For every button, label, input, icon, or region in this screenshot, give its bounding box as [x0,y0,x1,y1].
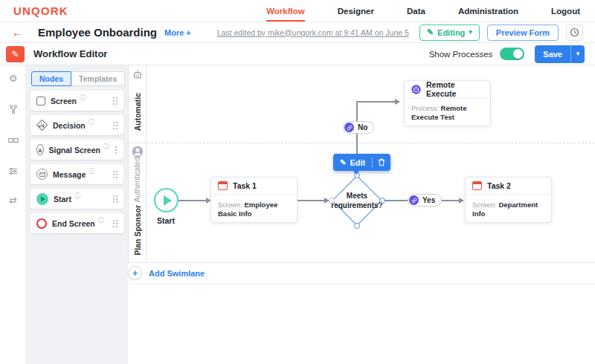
save-button[interactable]: Save [535,45,570,63]
remote-execute-node[interactable]: Remote Execute Process: Remote Execute T… [404,80,491,126]
preview-form-button[interactable]: Preview Form [487,25,559,41]
connector-line [298,200,325,201]
screen-window-icon [218,181,228,190]
drag-handle-icon[interactable] [115,146,118,154]
yes-branch-pill[interactable]: Yes [408,194,442,207]
drag-handle-icon[interactable] [112,121,118,129]
history-clock-button[interactable] [566,25,583,41]
pencil-icon: ✎ [340,158,346,166]
end-screen-icon [36,218,47,229]
edit-workflow-button[interactable]: ✎ [6,46,25,62]
node-card-end-screen[interactable]: End Screen ⓘ [30,213,123,233]
drag-handle-icon[interactable] [112,219,118,227]
start-node[interactable] [154,188,178,212]
node-label: Message [53,170,86,179]
arrowhead [459,198,464,204]
task2-node[interactable]: Task 2 Screen: Department Info [465,177,552,223]
remote-execute-title: Remote Execute [426,80,483,98]
nav-item-designer[interactable]: Designer [338,0,374,22]
info-icon: ⓘ [74,192,80,200]
node-card-message[interactable]: Message ⓘ [30,164,123,184]
unqork-logo: UNQORK [13,4,68,17]
plus-icon: + [128,266,142,280]
node-label: Decision [53,121,86,130]
nav-item-logout[interactable]: Logout [551,0,580,22]
drag-handle-icon[interactable] [112,170,118,178]
pencil-square-icon: ✎ [11,49,19,59]
sliders-icon[interactable] [0,166,26,176]
decision-node[interactable] [332,175,382,226]
toolbar-notch [353,170,360,175]
connection-handle-bottom[interactable] [354,223,360,229]
more-link[interactable]: More + [164,28,191,37]
drag-handle-icon[interactable] [112,195,118,203]
add-swimlane-button[interactable]: + Add Swimlane [128,266,205,280]
node-card-start[interactable]: Start ⓘ [30,189,123,209]
screen-icon [36,97,45,105]
robot-icon [411,85,421,94]
info-icon: ⓘ [89,118,94,126]
no-label: No [358,123,373,131]
editing-dropdown-button[interactable]: ✎ Editing ▾ [419,25,480,41]
tab-nodes[interactable]: Nodes [31,71,71,86]
last-edited-text[interactable]: Last edited by mike@unqork.com at 9:41 A… [217,28,409,37]
lane-divider-dashed [147,143,595,143]
modules-icon[interactable] [0,137,26,144]
branch-icon[interactable] [0,104,26,114]
edit-node-button[interactable]: ✎ Edit [333,158,372,167]
back-arrow-icon[interactable]: ← [12,26,23,39]
settings-gears-icon[interactable]: ⚙ [0,73,26,84]
lane-divider [128,143,147,143]
no-branch-pill[interactable]: No [343,121,374,134]
add-swimlane-label: Add Swimlane [149,269,205,278]
show-processes-label: Show Processes [429,50,493,59]
task1-field-label: Screen: [218,201,242,209]
tab-templates[interactable]: Templates [71,71,125,86]
top-navigation: Workflow Designer Data Administration Lo… [266,0,580,22]
nav-item-administration[interactable]: Administration [458,0,518,22]
top-header: UNQORK Workflow Designer Data Administra… [0,0,595,22]
start-node-label: Start [151,216,181,225]
info-icon: ⓘ [89,167,94,175]
panel-tabs: Nodes Templates [31,71,125,86]
message-icon [36,169,48,180]
robot-icon [132,70,143,80]
nav-item-workflow[interactable]: Workflow [266,0,305,22]
page-title: Employee Onboarding [38,26,157,39]
swimlane-type-authenticated: Authenticated [128,159,147,201]
node-label: End Screen [52,219,95,228]
task1-node[interactable]: Task 1 Screen: Employee Basic Info [210,177,298,223]
lanes-bottom-border [128,262,595,263]
info-icon: ⓘ [80,94,86,102]
screen-window-icon [472,181,482,190]
delete-node-button[interactable] [373,158,390,166]
swap-arrows-icon[interactable]: ⇄ [0,195,26,206]
nav-item-data[interactable]: Data [407,0,425,22]
node-edit-toolbar: ✎ Edit [333,154,390,171]
start-icon [36,193,48,205]
connection-handle-right[interactable] [379,198,385,204]
preview-form-label: Preview Form [496,28,550,37]
node-card-signal-screen[interactable]: Signal Screen ⓘ [30,140,123,160]
task2-title: Task 2 [487,181,511,190]
show-processes-toggle[interactable] [500,48,524,60]
editor-toolbar: ✎ Workflow Editor Show Processes Save ▾ [0,43,595,65]
signal-screen-icon [36,144,44,155]
connection-handle-left[interactable] [329,198,335,204]
swimlane-label-plan-sponsor[interactable]: Plan Sponsor [128,204,147,257]
save-options-button[interactable]: ▾ [570,45,585,63]
title-bar: ← Employee Onboarding More + Last edited… [0,22,595,43]
drag-handle-icon[interactable] [112,97,118,105]
editor-title: Workflow Editor [33,48,107,59]
connector-line [178,200,207,201]
node-card-decision[interactable]: Decision ⓘ [30,115,123,135]
save-label: Save [543,50,562,59]
swimlane-label-automatic[interactable]: Automatic [128,82,147,143]
info-icon: ⓘ [98,216,104,224]
edit-label: Edit [350,158,365,167]
task2-field-label: Screen: [472,201,497,209]
node-card-screen[interactable]: Screen ⓘ [30,91,123,111]
decision-icon [36,120,48,131]
chevron-down-icon: ▾ [576,51,580,57]
node-label: Signal Screen [49,146,100,155]
